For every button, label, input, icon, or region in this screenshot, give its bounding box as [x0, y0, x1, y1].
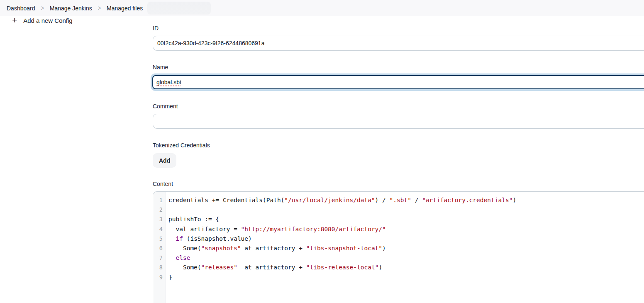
id-field[interactable]: [153, 36, 644, 51]
code-line: if (isSnapshot.value): [168, 234, 644, 244]
comment-field[interactable]: [153, 114, 644, 129]
tokenized-credentials-label: Tokenized Credentials: [153, 142, 210, 149]
text-cursor: [182, 79, 183, 86]
code-line: else: [168, 253, 644, 263]
code-gutter: 123456789: [153, 192, 166, 303]
line-number: 6: [153, 244, 166, 253]
content-code-editor[interactable]: 123456789 credentials += Credentials(Pat…: [153, 191, 644, 303]
breadcrumb-bar: Dashboard > Manage Jenkins > Managed fil…: [0, 0, 644, 16]
code-line: [168, 205, 644, 215]
managed-files-config-page: Dashboard > Manage Jenkins > Managed fil…: [0, 0, 644, 303]
line-number: 2: [153, 205, 166, 215]
breadcrumb: Dashboard > Manage Jenkins > Managed fil…: [7, 0, 143, 16]
line-number: 3: [153, 215, 166, 224]
line-number: 7: [153, 253, 166, 263]
breadcrumb-item-dashboard[interactable]: Dashboard: [7, 5, 35, 12]
name-field[interactable]: global.sbt: [152, 75, 644, 89]
add-new-config-label: Add a new Config: [23, 17, 72, 24]
code-lines[interactable]: credentials += Credentials(Path("/usr/lo…: [166, 192, 644, 303]
code-line: Some("releases" at artifactory + "libs-r…: [168, 263, 644, 272]
name-field-value: global.sbt: [156, 79, 181, 86]
code-line: Some("snapshots" at artifactory + "libs-…: [168, 244, 644, 253]
code-line: credentials += Credentials(Path("/usr/lo…: [168, 195, 644, 205]
comment-label: Comment: [153, 103, 178, 110]
breadcrumb-hover-highlight: [147, 2, 211, 15]
plus-icon: +: [12, 17, 17, 24]
chevron-right-icon: >: [98, 5, 101, 12]
code-line: }: [168, 273, 644, 282]
id-label: ID: [153, 25, 159, 32]
line-number: 4: [153, 225, 166, 234]
add-new-config-link[interactable]: + Add a new Config: [12, 16, 73, 24]
line-number: 5: [153, 234, 166, 244]
add-credential-button[interactable]: Add: [153, 153, 176, 168]
breadcrumb-item-managed-files[interactable]: Managed files: [107, 5, 143, 12]
line-number: 1: [153, 195, 166, 205]
code-line: val artifactory = "http://myartifactory:…: [168, 225, 644, 234]
breadcrumb-item-manage-jenkins[interactable]: Manage Jenkins: [50, 5, 92, 12]
name-label: Name: [153, 64, 168, 71]
code-line: publishTo := {: [168, 215, 644, 224]
line-number: 9: [153, 273, 166, 282]
content-label: Content: [153, 181, 173, 187]
line-number: 8: [153, 263, 166, 272]
chevron-right-icon: >: [41, 5, 44, 12]
